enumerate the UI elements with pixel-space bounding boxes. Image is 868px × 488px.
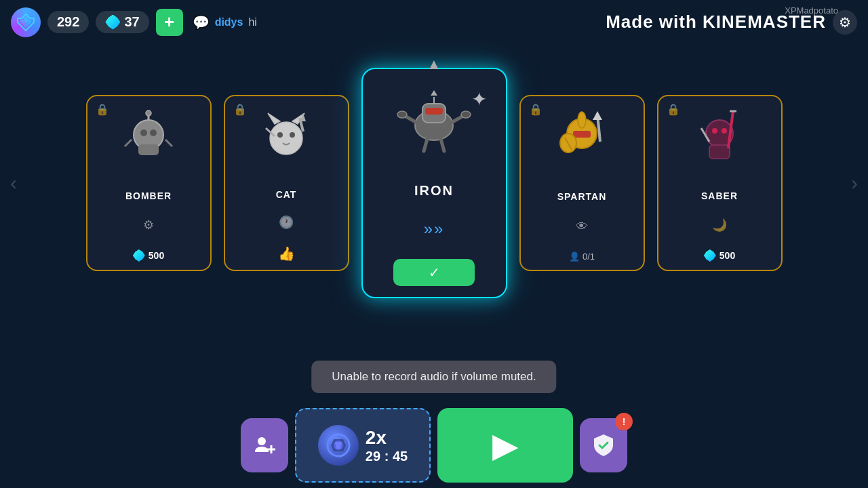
boost-info: 2x 29 : 45 [366,427,408,464]
select-iron-button[interactable]: ✓ [393,259,475,286]
cat-symbol: 🕐 [279,215,294,230]
card-saber[interactable]: 🔒 SABER 🌙 500 [657,95,783,271]
audio-warning-banner: Unable to record audio if volume muted. [311,361,556,393]
svg-point-7 [146,110,151,116]
lock-icon-saber: 🔒 [667,103,680,116]
audio-warning-text: Unable to record audio if volume muted. [332,370,536,383]
upgrade-arrow: ▲ [427,56,441,73]
scroll-right-indicator: › [851,171,858,195]
svg-rect-20 [425,108,443,115]
svg-marker-33 [593,111,602,120]
spartan-eye-icon: 👁 [576,220,588,234]
iron-speed-arrows: »» [424,220,445,239]
saber-symbol: 🌙 [712,218,727,232]
svg-point-26 [461,111,471,118]
chat-area: 💬 didys hi [193,14,257,30]
svg-rect-39 [709,145,730,159]
lock-icon-bomber: 🔒 [96,103,109,116]
confirm-icon: ✓ [429,264,440,281]
bomber-name: BOMBER [125,190,172,201]
svg-rect-5 [138,144,159,155]
gem-count: 37 [124,14,139,30]
svg-point-38 [722,128,727,134]
saber-name: SABER [701,190,738,201]
logo-icon [11,7,41,37]
bomber-cost-value: 500 [149,250,164,261]
cards-area: ‹ 🔒 BOMBER ⚙ 500 🔒 [0,68,868,298]
bomber-cost: 500 [133,249,164,262]
svg-point-10 [270,122,302,155]
header-right: XPMadpotato Made with KINEMASTER ⚙ [606,10,857,35]
bomber-character [115,106,182,174]
xp-username: XPMadpotato [785,5,838,16]
thumbs-icon: 👍 [278,245,295,262]
gem-icon [105,15,120,30]
svg-point-4 [150,129,157,136]
svg-marker-13 [268,113,280,124]
bottom-bar: 2x 29 : 45 ▶ ! [241,408,627,483]
boost-gem-icon [318,425,359,466]
gem-display: 37 [96,11,149,33]
boost-timer-box[interactable]: 2x 29 : 45 [295,408,431,483]
arrows-text: »» [424,220,445,238]
lock-icon-spartan: 🔒 [529,103,542,116]
iron-character [393,81,475,163]
spartan-character [548,106,616,174]
play-icon: ▶ [492,426,518,465]
add-friend-button[interactable] [241,418,288,472]
add-currency-button[interactable]: + [156,9,183,36]
boost-multiplier: 2x [366,427,387,449]
play-button[interactable]: ▶ [437,408,573,483]
chat-icon: 💬 [193,14,210,30]
bomber-gem-icon [133,249,145,262]
card-bomber[interactable]: 🔒 BOMBER ⚙ 500 [86,95,212,271]
svg-point-3 [140,129,147,136]
svg-line-21 [424,139,427,151]
shield-badge: ! [615,413,633,430]
svg-line-8 [125,140,132,146]
chat-message: hi [248,16,256,28]
iron-name: IRON [414,183,454,199]
svg-rect-30 [573,131,591,138]
svg-point-24 [397,111,407,118]
spartan-count-value: 0/1 [583,251,595,262]
svg-point-11 [277,132,283,138]
spartan-name: SPARTAN [557,191,607,202]
saber-cost: 500 [704,249,735,262]
svg-line-9 [165,140,172,146]
card-spartan[interactable]: 🔒 SPARTAN 👁 👤 0/1 [519,95,645,271]
cat-character [252,106,320,174]
saber-character [686,106,753,174]
lock-icon-cat: 🔒 [233,103,247,116]
saber-cost-value: 500 [719,250,735,261]
score-value: 292 [57,14,79,29]
watermark-prefix: Made with [606,12,703,32]
svg-point-37 [712,128,717,134]
shield-button[interactable]: ! [580,418,627,472]
scroll-left-indicator: ‹ [10,171,17,195]
cat-name: CAT [276,189,297,200]
chat-username: didys [215,16,243,28]
card-iron[interactable]: ▲ ✦ IRON [361,68,507,298]
spartan-count: 👤 0/1 [569,251,595,262]
saber-gem-icon [704,249,716,262]
svg-point-31 [578,112,586,128]
header: 292 37 + 💬 didys hi XPMadpotato Made wit… [0,0,868,44]
svg-point-43 [258,437,266,445]
person-icon: 👤 [569,251,580,262]
svg-point-12 [290,132,295,138]
svg-line-22 [441,139,444,151]
card-cat[interactable]: 🔒 CAT 🕐 👍 [224,95,349,271]
boost-timer: 29 : 45 [366,449,408,464]
svg-marker-28 [431,90,437,96]
bomber-symbol: ⚙ [143,218,154,232]
score-display: 292 [47,11,89,33]
